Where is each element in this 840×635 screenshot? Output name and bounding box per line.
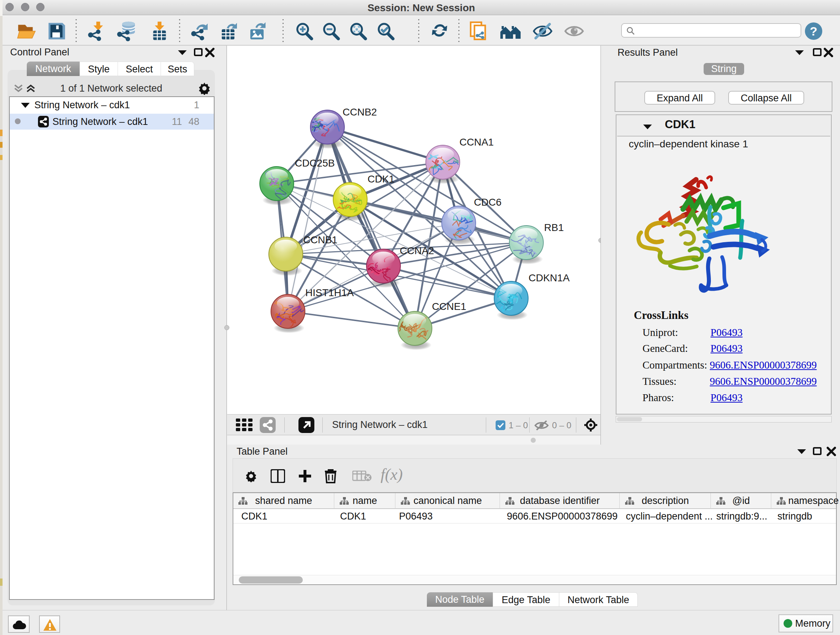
svg-text:RB1: RB1 xyxy=(544,222,564,233)
svg-text:CCNB2: CCNB2 xyxy=(343,106,377,118)
svg-text:CDC25B: CDC25B xyxy=(295,157,335,169)
svg-text:CDK1: CDK1 xyxy=(368,173,395,185)
svg-text:CCNA2: CCNA2 xyxy=(400,245,434,256)
svg-text:CCNA1: CCNA1 xyxy=(459,136,494,148)
svg-text:CCNB1: CCNB1 xyxy=(303,234,338,245)
svg-text:HIST1H1A: HIST1H1A xyxy=(305,287,354,298)
svg-text:CCNE1: CCNE1 xyxy=(432,301,466,312)
svg-text:CDC6: CDC6 xyxy=(474,196,501,208)
svg-text:CDKN1A: CDKN1A xyxy=(529,272,570,283)
